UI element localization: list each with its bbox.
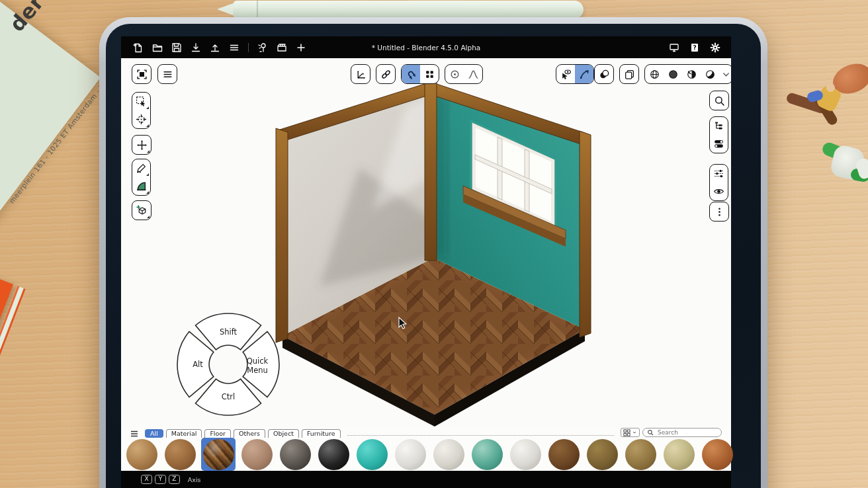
material-wood-light-tan[interactable] bbox=[124, 438, 159, 471]
filter-sliders-icon bbox=[713, 168, 724, 179]
add-cube-tool[interactable] bbox=[132, 200, 152, 220]
shading-solid[interactable] bbox=[664, 65, 682, 83]
figurine-head bbox=[826, 83, 835, 92]
video-editor-icon[interactable] bbox=[277, 42, 287, 53]
snap-toggle[interactable] bbox=[402, 65, 420, 83]
status-bar: XYZ Axis bbox=[121, 471, 731, 488]
move-icon bbox=[136, 140, 148, 151]
key-x[interactable]: X bbox=[141, 475, 152, 484]
material-teal-gloss[interactable] bbox=[355, 438, 389, 471]
shelf-search-input[interactable] bbox=[656, 428, 716, 436]
shelf-tab-floor[interactable]: Floor bbox=[204, 429, 231, 438]
menu-icon[interactable] bbox=[229, 42, 239, 53]
shelf-tab-furniture[interactable]: Furniture bbox=[302, 429, 341, 438]
material-sphere bbox=[472, 439, 503, 470]
more-options-button[interactable] bbox=[709, 202, 729, 222]
transform-orientation-button[interactable] bbox=[351, 64, 370, 84]
material-oak-grain[interactable] bbox=[623, 438, 658, 471]
material-white-matte[interactable] bbox=[393, 438, 427, 471]
save-icon[interactable] bbox=[171, 42, 182, 53]
shelf-tab-material[interactable]: Material bbox=[166, 429, 202, 438]
marker-pin-icon[interactable] bbox=[257, 42, 268, 53]
zoom-region-button[interactable] bbox=[709, 91, 729, 110]
notebook-edge bbox=[0, 286, 26, 488]
shading-wireframe[interactable] bbox=[645, 65, 664, 83]
shelf-tab-others[interactable]: Others bbox=[234, 429, 265, 438]
material-black-gloss[interactable] bbox=[316, 438, 351, 471]
import-icon[interactable] bbox=[191, 42, 201, 53]
measure-tool[interactable] bbox=[132, 177, 150, 195]
filter-visibility-group bbox=[709, 164, 728, 201]
shelf-tab-all[interactable]: All bbox=[145, 429, 163, 438]
snapping-group bbox=[401, 64, 439, 84]
snap-targets[interactable] bbox=[420, 65, 439, 83]
shading-rendered[interactable] bbox=[701, 65, 719, 83]
help-manual-icon[interactable]: ? bbox=[689, 42, 700, 53]
select-box-tool[interactable] bbox=[132, 93, 150, 110]
material-terracotta[interactable] bbox=[700, 438, 734, 471]
shelf-tabs: AllMaterialFloorOthersObjectFurniture bbox=[145, 429, 341, 438]
shelf-tabs-divider bbox=[347, 435, 614, 436]
search-icon bbox=[714, 95, 725, 106]
new-file-icon[interactable] bbox=[133, 42, 144, 53]
cursor-tool[interactable] bbox=[132, 110, 150, 128]
falloff-menu[interactable] bbox=[464, 65, 482, 83]
material-sphere bbox=[280, 439, 311, 470]
material-rosy-taupe[interactable] bbox=[239, 438, 274, 471]
room-scene: Shift Alt Quick Menu Ctrl bbox=[121, 58, 731, 427]
pie-label-menu: Menu bbox=[247, 366, 268, 375]
show-gizmo-toggle[interactable] bbox=[556, 65, 575, 83]
material-list bbox=[121, 438, 731, 471]
material-wood-brown[interactable] bbox=[163, 438, 197, 471]
overlays-button[interactable] bbox=[594, 64, 614, 84]
open-file-icon[interactable] bbox=[152, 42, 163, 53]
link-chain-icon bbox=[380, 69, 392, 80]
outliner-panel-button[interactable] bbox=[710, 117, 728, 135]
material-sphere bbox=[165, 439, 196, 470]
copies-button[interactable] bbox=[619, 64, 639, 84]
pie-label-alt: Alt bbox=[193, 360, 203, 369]
annotate-measure-group bbox=[132, 159, 151, 196]
settings-gear-icon[interactable] bbox=[710, 42, 720, 53]
maximize-area-button[interactable] bbox=[132, 64, 152, 84]
shading-material[interactable] bbox=[682, 65, 701, 83]
material-sphere bbox=[357, 439, 388, 470]
material-dark-metal[interactable] bbox=[278, 438, 312, 471]
visibility-button[interactable] bbox=[710, 183, 728, 200]
material-sea-green[interactable] bbox=[470, 438, 504, 471]
chevron-down-icon bbox=[720, 69, 732, 80]
annotate-tool[interactable] bbox=[132, 159, 150, 177]
wireframe-globe-icon bbox=[649, 69, 660, 80]
viewport-3d[interactable]: Shift Alt Quick Menu Ctrl bbox=[121, 58, 731, 427]
link-button[interactable] bbox=[376, 64, 396, 84]
collections-toggle-button[interactable] bbox=[710, 135, 728, 153]
display-icon[interactable] bbox=[669, 42, 679, 53]
shelf-menu-button[interactable] bbox=[130, 429, 138, 438]
add-workspace-icon[interactable] bbox=[296, 42, 306, 53]
material-pale-ash[interactable] bbox=[662, 438, 696, 471]
material-herringbone-parquet[interactable] bbox=[201, 438, 236, 471]
material-walnut-grain[interactable] bbox=[546, 438, 581, 471]
shelf-search-box[interactable] bbox=[642, 428, 722, 437]
material-white-gloss[interactable] bbox=[508, 438, 542, 471]
material-olive-wood[interactable] bbox=[585, 438, 619, 471]
blender-window: * Untitled - Blender 4.5.0 Alpha ? bbox=[121, 36, 731, 488]
falloff-curve-icon bbox=[468, 69, 479, 80]
export-icon[interactable] bbox=[210, 42, 220, 53]
key-z[interactable]: Z bbox=[169, 475, 180, 484]
material-sphere bbox=[203, 439, 234, 470]
display-mode-button[interactable] bbox=[621, 428, 640, 437]
shading-dropdown[interactable] bbox=[719, 65, 731, 83]
filter-settings-button[interactable] bbox=[710, 165, 728, 183]
move-tool[interactable] bbox=[132, 135, 152, 155]
viewport-menu-button[interactable] bbox=[157, 64, 177, 84]
kebab-dots-icon bbox=[714, 206, 725, 218]
material-sphere bbox=[241, 439, 273, 470]
snap-grid-icon bbox=[424, 69, 435, 80]
gizmo-arc-toggle[interactable] bbox=[575, 65, 593, 83]
shelf-tab-object[interactable]: Object bbox=[268, 429, 299, 438]
key-y[interactable]: Y bbox=[155, 475, 166, 484]
material-ivory-matte[interactable] bbox=[431, 438, 466, 471]
proportional-toggle[interactable] bbox=[445, 65, 464, 83]
beam-center bbox=[425, 82, 437, 261]
